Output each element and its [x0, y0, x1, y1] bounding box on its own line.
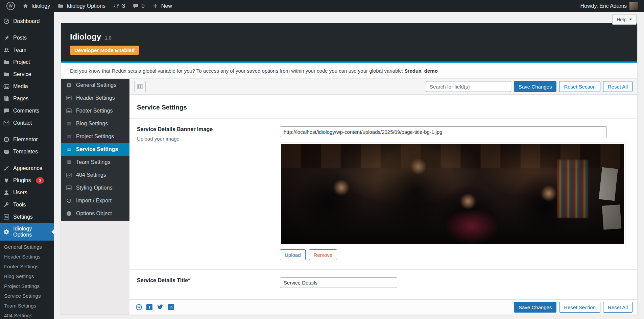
comment-icon [133, 3, 139, 9]
tab-service-settings[interactable]: Service Settings [61, 143, 129, 156]
tab-project-settings[interactable]: Project Settings [61, 130, 129, 143]
sidebar-item-idiology-options[interactable]: Idiology Options [0, 223, 54, 241]
global-variable-name: $redux_demo [405, 68, 438, 74]
wordpress-social-icon[interactable]: W [136, 304, 142, 310]
facebook-icon[interactable]: f [146, 304, 152, 310]
tab-404-settings[interactable]: 404 Settings [61, 169, 129, 181]
tab-header-settings[interactable]: Header Settings [61, 92, 129, 104]
field-label: Service Details Title* [137, 277, 274, 284]
user-icon [3, 189, 10, 196]
sidebar-item-appearance[interactable]: Appearance [0, 162, 54, 174]
comments-indicator[interactable]: 0 [129, 0, 148, 12]
submenu-header-settings[interactable]: Header Settings [0, 252, 54, 262]
sync-icon [66, 198, 72, 204]
new-menu[interactable]: New [148, 0, 176, 12]
remove-button[interactable]: Remove [309, 249, 337, 260]
list-icon [66, 133, 72, 140]
redux-notice: Did you know that Redux sets a global va… [61, 63, 637, 79]
panel-footer: W f in Save Changes Reset Section Reset … [129, 299, 637, 315]
update-count: 3 [122, 3, 125, 9]
tab-team-settings[interactable]: Team Settings [61, 156, 129, 169]
twitter-icon[interactable] [157, 304, 164, 311]
submenu-general-settings[interactable]: General Settings [0, 242, 54, 252]
plug-icon [3, 177, 10, 184]
account-menu[interactable]: Howdy, Eric Adams [576, 0, 638, 12]
gears-icon [66, 82, 72, 88]
folder-icon [57, 3, 64, 9]
submenu-project-settings[interactable]: Project Settings [0, 281, 54, 291]
panel-header: Idiology 1.0 Developer Mode Enabled [61, 23, 637, 62]
submenu-404-settings[interactable]: 404 Settings [0, 311, 54, 319]
folder-icon [3, 71, 10, 78]
reset-all-button-bottom[interactable]: Reset All [603, 302, 633, 313]
sidebar-item-posts[interactable]: Posts [0, 32, 54, 44]
submenu-service-settings[interactable]: Service Settings [0, 291, 54, 301]
options-main-column: Save Changes Reset Section Reset All Ser… [129, 79, 637, 315]
sidebar-item-plugins[interactable]: Plugins 3 [0, 174, 54, 187]
pages-icon [3, 95, 10, 102]
field-service-title: Service Details Title* [129, 269, 637, 299]
tab-footer-settings[interactable]: Footer Settings [61, 104, 129, 117]
redux-options-panel: Idiology 1.0 Developer Mode Enabled Did … [61, 23, 637, 315]
linkedin-icon[interactable]: in [168, 304, 174, 310]
update-icon [113, 3, 119, 9]
options-footer-text: This text is displayed below the options… [54, 315, 644, 319]
sidebar-item-project[interactable]: Project [0, 56, 54, 68]
field-description: Upload your image [137, 136, 274, 142]
submenu-blog-settings[interactable]: Blog Settings [0, 271, 54, 281]
sidebar-item-elementor[interactable]: Elementor [0, 133, 54, 146]
upload-button[interactable]: Upload [280, 249, 306, 260]
save-changes-button-bottom[interactable]: Save Changes [514, 302, 556, 313]
reset-all-button[interactable]: Reset All [603, 81, 633, 92]
sidebar-item-service[interactable]: Service [0, 68, 54, 80]
sidebar-item-templates[interactable]: Templates [0, 146, 54, 158]
tab-blog-settings[interactable]: Blog Settings [61, 117, 129, 130]
banner-image-url-input[interactable] [280, 126, 607, 137]
expand-options-button[interactable] [134, 81, 146, 92]
sidebar-item-users[interactable]: Users [0, 187, 54, 199]
folder-open-icon [3, 148, 10, 155]
list-icon [66, 121, 72, 127]
sidebar-item-pages[interactable]: Pages [0, 93, 54, 105]
tab-import-export[interactable]: Import / Export [61, 194, 129, 207]
tab-styling-options[interactable]: Styling Options [61, 181, 129, 194]
idiology-options-submenu: General Settings Header Settings Footer … [0, 241, 54, 319]
tab-general-settings[interactable]: General Settings [61, 79, 129, 92]
developer-mode-badge: Developer Mode Enabled [70, 46, 139, 55]
admin-content: Help Idiology 1.0 Developer Mode Enabled… [54, 12, 644, 319]
sidebar-item-dashboard[interactable]: Dashboard [0, 15, 54, 27]
service-details-title-input[interactable] [280, 277, 397, 288]
pin-icon [3, 34, 10, 41]
panel-version: 1.0 [105, 35, 111, 41]
list-icon [66, 159, 72, 165]
chart-icon [66, 172, 72, 178]
style-icon [66, 185, 72, 191]
brush-icon [3, 165, 10, 172]
sidebar-item-settings[interactable]: Settings [0, 211, 54, 223]
folder-icon [3, 59, 10, 66]
wordpress-menu[interactable]: W [3, 0, 19, 12]
sidebar-item-tools[interactable]: Tools [0, 199, 54, 211]
sliders-icon [3, 214, 10, 220]
sidebar-item-comments[interactable]: Comments [0, 105, 54, 117]
field-search-input[interactable] [426, 81, 511, 92]
reset-section-button-bottom[interactable]: Reset Section [559, 302, 600, 313]
sidebar-item-team[interactable]: Team [0, 44, 54, 56]
options-crumb[interactable]: Idiology Options [54, 0, 109, 12]
save-changes-button[interactable]: Save Changes [514, 81, 556, 92]
updates-indicator[interactable]: 3 [109, 0, 129, 12]
help-button[interactable]: Help [612, 15, 637, 25]
sidebar-item-contact[interactable]: Contact [0, 117, 54, 129]
submenu-team-settings[interactable]: Team Settings [0, 301, 54, 311]
social-links: W f in [134, 304, 174, 311]
submenu-footer-settings[interactable]: Footer Settings [0, 262, 54, 271]
dashboard-icon [3, 18, 10, 25]
sidebar-item-media[interactable]: Media [0, 80, 54, 93]
header-layout-icon [66, 95, 72, 101]
tab-options-object[interactable]: Options Object [61, 207, 129, 220]
home-icon [22, 3, 29, 9]
list-icon [66, 146, 72, 152]
reset-section-button[interactable]: Reset Section [559, 81, 600, 92]
site-link[interactable]: Idiology [19, 0, 54, 12]
chevron-down-icon [629, 19, 632, 22]
